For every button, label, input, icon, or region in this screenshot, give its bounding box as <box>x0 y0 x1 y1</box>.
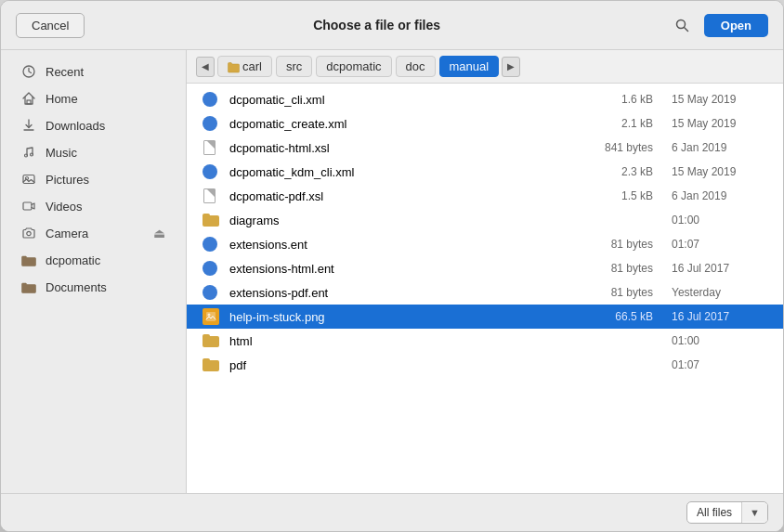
file-type-icon <box>205 308 222 325</box>
file-date: 6 Jan 2019 <box>672 189 764 202</box>
breadcrumb-dcpomatic[interactable]: dcpomatic <box>316 56 391 77</box>
file-size: 2.1 kB <box>579 117 653 130</box>
file-type-icon <box>205 91 222 108</box>
titlebar: Cancel Choose a file or files Open <box>1 1 783 50</box>
folder-dcpomatic-icon <box>21 253 36 267</box>
file-size: 1.5 kB <box>579 189 653 202</box>
file-row[interactable]: dcpomatic_create.xml 2.1 kB 15 May 2019 <box>187 111 783 136</box>
sidebar-label-music: Music <box>46 146 77 160</box>
sidebar-item-camera[interactable]: Camera ⏏ <box>7 220 180 246</box>
breadcrumb-back-button[interactable]: ◀ <box>196 57 215 77</box>
sidebar-item-pictures[interactable]: Pictures <box>7 166 180 192</box>
file-name: dcpomatic_kdm_cli.xml <box>229 165 579 179</box>
breadcrumb-manual[interactable]: manual <box>439 56 500 77</box>
footer: All files ▼ <box>1 493 783 531</box>
sidebar: Recent Home <box>1 50 187 493</box>
breadcrumb-forward-button[interactable]: ▶ <box>502 57 520 77</box>
home-icon <box>21 91 36 106</box>
svg-point-7 <box>31 153 33 156</box>
titlebar-right: Open <box>669 12 768 38</box>
svg-rect-8 <box>23 175 34 184</box>
file-date: 6 Jan 2019 <box>672 141 764 154</box>
file-row[interactable]: extensions.ent 81 bytes 01:07 <box>187 232 783 256</box>
file-row[interactable]: help-im-stuck.png 66.5 kB 16 Jul 2017 <box>187 305 783 329</box>
svg-rect-12 <box>206 312 216 321</box>
breadcrumb-doc[interactable]: doc <box>396 56 436 77</box>
sidebar-item-documents[interactable]: Documents <box>7 274 180 300</box>
sidebar-item-videos[interactable]: Videos <box>7 193 180 219</box>
file-type-icon <box>205 332 222 349</box>
sidebar-item-downloads[interactable]: Downloads <box>7 112 180 138</box>
file-date: 16 Jul 2017 <box>672 310 764 323</box>
file-name: dcpomatic-pdf.xsl <box>229 189 579 203</box>
file-row[interactable]: extensions-pdf.ent 81 bytes Yesterday <box>187 280 783 305</box>
sidebar-item-dcpomatic[interactable]: dcpomatic <box>7 247 180 273</box>
file-date: 16 Jul 2017 <box>672 262 764 275</box>
file-date: 01:00 <box>672 334 764 347</box>
svg-point-11 <box>27 231 31 235</box>
file-type-icon <box>205 163 222 180</box>
sidebar-item-recent[interactable]: Recent <box>7 58 180 84</box>
svg-line-1 <box>685 27 688 31</box>
file-row[interactable]: html 01:00 <box>187 329 783 353</box>
file-name: help-im-stuck.png <box>229 310 579 324</box>
file-name: dcpomatic_create.xml <box>229 117 579 131</box>
file-type-icon <box>205 284 222 301</box>
file-date: 15 May 2019 <box>672 117 764 130</box>
file-date: 01:07 <box>672 238 764 251</box>
file-type-icon <box>205 115 222 132</box>
breadcrumb-bar: ◀ carl src dcpomatic doc manual ▶ <box>187 50 783 84</box>
file-chooser-dialog: Cancel Choose a file or files Open <box>0 0 784 532</box>
file-name: dcpomatic_cli.xml <box>229 93 579 107</box>
file-size: 2.3 kB <box>579 165 653 178</box>
file-row[interactable]: extensions-html.ent 81 bytes 16 Jul 2017 <box>187 256 783 280</box>
breadcrumb-carl[interactable]: carl <box>217 56 272 77</box>
file-name: extensions-pdf.ent <box>229 286 579 300</box>
sidebar-label-recent: Recent <box>46 65 84 79</box>
file-type-icon <box>205 357 222 373</box>
file-name: pdf <box>229 358 579 372</box>
svg-point-13 <box>208 314 211 317</box>
file-filter-select[interactable]: All files ▼ <box>686 501 768 524</box>
sidebar-label-videos: Videos <box>46 200 83 214</box>
sidebar-label-downloads: Downloads <box>46 119 105 133</box>
filter-label: All files <box>687 502 742 523</box>
file-row[interactable]: diagrams 01:00 <box>187 208 783 232</box>
sidebar-label-pictures: Pictures <box>46 173 89 187</box>
sidebar-item-home[interactable]: Home <box>7 85 180 111</box>
sidebar-label-home: Home <box>46 92 78 106</box>
file-size: 1.6 kB <box>579 93 653 106</box>
file-row[interactable]: dcpomatic_kdm_cli.xml 2.3 kB 15 May 2019 <box>187 160 783 184</box>
search-button[interactable] <box>669 12 697 38</box>
dialog-title: Choose a file or files <box>85 18 668 32</box>
open-button[interactable]: Open <box>704 14 768 37</box>
file-row[interactable]: pdf 01:07 <box>187 353 783 377</box>
videos-icon <box>21 199 36 214</box>
search-icon <box>675 19 689 32</box>
file-type-icon <box>205 260 222 277</box>
clock-icon <box>21 64 36 79</box>
file-name: extensions-html.ent <box>229 262 579 276</box>
file-row[interactable]: dcpomatic-pdf.xsl 1.5 kB 6 Jan 2019 <box>187 184 783 208</box>
folder-documents-icon <box>21 279 36 294</box>
svg-point-6 <box>25 154 28 157</box>
breadcrumb-src[interactable]: src <box>276 56 312 77</box>
file-size: 66.5 kB <box>579 310 653 323</box>
file-row[interactable]: dcpomatic_cli.xml 1.6 kB 15 May 2019 <box>187 87 783 111</box>
file-row[interactable]: dcpomatic-html.xsl 841 bytes 6 Jan 2019 <box>187 136 783 160</box>
file-size: 81 bytes <box>579 238 653 251</box>
file-date: 15 May 2019 <box>672 93 764 106</box>
music-icon <box>21 145 36 160</box>
pictures-icon <box>21 172 36 187</box>
sidebar-label-camera: Camera <box>46 227 88 240</box>
file-panel: ◀ carl src dcpomatic doc manual ▶ dcpoma… <box>187 50 783 493</box>
cancel-button[interactable]: Cancel <box>16 13 85 38</box>
file-size: 841 bytes <box>579 141 653 154</box>
main-content: Recent Home <box>1 50 783 493</box>
file-name: diagrams <box>229 214 579 227</box>
file-type-icon <box>205 188 222 204</box>
filter-arrow-icon[interactable]: ▼ <box>742 503 767 522</box>
sidebar-item-music[interactable]: Music <box>7 139 180 165</box>
file-date: 15 May 2019 <box>672 165 764 178</box>
camera-icon <box>21 226 36 240</box>
